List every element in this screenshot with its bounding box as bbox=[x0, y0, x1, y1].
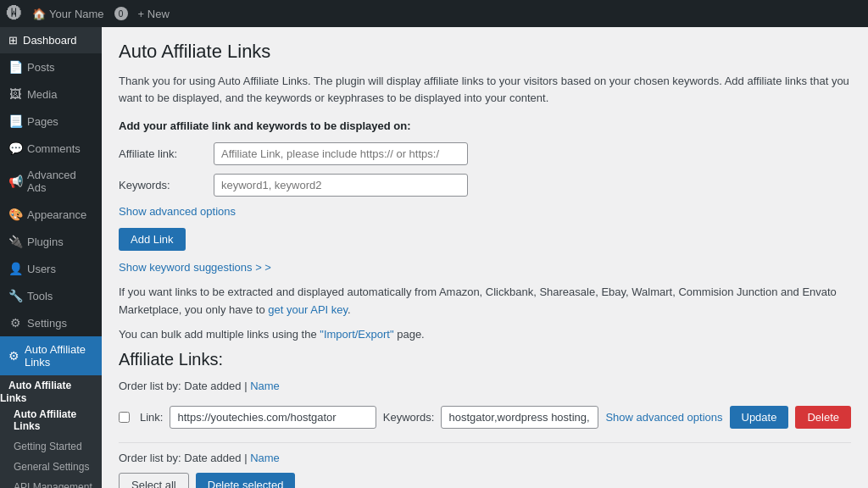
update-button-1[interactable]: Update bbox=[730, 406, 789, 429]
sidebar: ⊞ Dashboard 📄 Posts 🖼 Media 📃 Pages 💬 Co… bbox=[0, 27, 102, 488]
sidebar-item-users[interactable]: 👤 Users bbox=[0, 255, 102, 282]
affiliate-link-input[interactable] bbox=[214, 142, 468, 165]
sidebar-item-auto-affiliate-links[interactable]: ⚙ Auto Affiliate Links bbox=[0, 336, 102, 375]
wordpress-logo-icon: 🅦 bbox=[7, 5, 22, 23]
sidebar-item-appearance[interactable]: 🎨 Appearance bbox=[0, 201, 102, 228]
delete-button-1[interactable]: Delete bbox=[795, 406, 851, 429]
submenu: Auto Affiliate Links Auto Affiliate Link… bbox=[0, 375, 102, 488]
dashboard-icon: ⊞ bbox=[8, 34, 18, 47]
submenu-item-general-settings[interactable]: General Settings bbox=[0, 457, 102, 477]
new-content-button[interactable]: + New bbox=[138, 8, 170, 20]
order-by-name-link-1[interactable]: Name bbox=[250, 380, 280, 392]
sidebar-item-settings[interactable]: ⚙ Settings bbox=[0, 309, 102, 336]
sidebar-item-media[interactable]: 🖼 Media bbox=[0, 80, 102, 108]
keywords-row: Keywords: bbox=[119, 174, 851, 197]
intro-text: Thank you for using Auto Affiliate Links… bbox=[119, 73, 851, 106]
pages-icon: 📃 bbox=[8, 114, 22, 128]
sidebar-item-pages[interactable]: 📃 Pages bbox=[0, 108, 102, 135]
submenu-item-getting-started[interactable]: Getting Started bbox=[0, 436, 102, 457]
link-show-advanced-link-1[interactable]: Show advanced options bbox=[605, 411, 722, 424]
comments-link[interactable]: 0 bbox=[114, 7, 128, 20]
advanced-ads-icon: 📢 bbox=[8, 175, 22, 188]
order-bar-1: Order list by: Date added | Name bbox=[119, 380, 851, 392]
submenu-item-api-management[interactable]: API Management bbox=[0, 477, 102, 488]
sidebar-item-advanced-ads[interactable]: 📢 Advanced Ads bbox=[0, 162, 102, 201]
divider bbox=[119, 442, 851, 443]
bulk-actions-bar: Select all Delete selected bbox=[119, 473, 851, 488]
link-checkbox-1[interactable] bbox=[119, 412, 130, 423]
posts-icon: 📄 bbox=[8, 60, 22, 74]
users-icon: 👤 bbox=[8, 262, 22, 275]
site-name[interactable]: 🏠 Your Name bbox=[32, 8, 104, 20]
affiliate-link-label: Affiliate link: bbox=[119, 147, 203, 160]
affiliate-links-title: Affiliate Links: bbox=[119, 350, 851, 369]
sidebar-item-tools[interactable]: 🔧 Tools bbox=[0, 282, 102, 309]
sidebar-item-plugins[interactable]: 🔌 Plugins bbox=[0, 228, 102, 255]
home-icon: 🏠 bbox=[32, 8, 46, 20]
comment-count-badge: 0 bbox=[114, 7, 128, 20]
settings-icon: ⚙ bbox=[8, 316, 22, 330]
info-text-import: You can bulk add multiple links using th… bbox=[119, 326, 851, 344]
comments-icon: 💬 bbox=[8, 141, 22, 155]
page-title: Auto Affiliate Links bbox=[119, 41, 851, 63]
appearance-icon: 🎨 bbox=[8, 208, 22, 221]
show-keyword-suggestions-link[interactable]: Show keyword suggestions > > bbox=[119, 261, 271, 274]
auto-affiliate-links-icon: ⚙ bbox=[8, 349, 19, 363]
sidebar-item-dashboard[interactable]: ⊞ Dashboard bbox=[0, 27, 102, 53]
plugins-icon: 🔌 bbox=[8, 235, 22, 248]
affiliate-link-row: Affiliate link: bbox=[119, 142, 851, 165]
info-text-amazon: If you want links to be extracted and di… bbox=[119, 284, 851, 319]
add-link-button[interactable]: Add Link bbox=[119, 228, 186, 251]
media-icon: 🖼 bbox=[8, 87, 22, 101]
tools-icon: 🔧 bbox=[8, 289, 22, 302]
add-section-label: Add your affiliate link and keywords to … bbox=[119, 119, 851, 132]
order-bar-2: Order list by: Date added | Name bbox=[119, 452, 851, 464]
select-all-button[interactable]: Select all bbox=[119, 473, 189, 488]
link-keywords-input-1[interactable] bbox=[441, 406, 598, 429]
sidebar-item-comments[interactable]: 💬 Comments bbox=[0, 135, 102, 162]
sidebar-item-posts[interactable]: 📄 Posts bbox=[0, 53, 102, 80]
import-export-link[interactable]: "Import/Export" bbox=[320, 328, 393, 341]
keywords-label: Keywords: bbox=[119, 179, 203, 191]
keywords-input[interactable] bbox=[214, 174, 468, 197]
link-url-input-1[interactable] bbox=[170, 406, 376, 429]
top-bar: 🅦 🏠 Your Name 0 + New bbox=[0, 0, 868, 27]
order-by-name-link-2[interactable]: Name bbox=[250, 452, 280, 464]
get-api-key-link[interactable]: get your API key bbox=[268, 303, 348, 316]
show-advanced-options-link[interactable]: Show advanced options bbox=[119, 205, 236, 218]
delete-selected-button[interactable]: Delete selected bbox=[196, 473, 296, 488]
link-row-1: Link: Keywords: Show advanced options Up… bbox=[119, 401, 851, 434]
submenu-item-auto-affiliate-links[interactable]: Auto Affiliate Links bbox=[0, 404, 102, 436]
main-content: Auto Affiliate Links Thank you for using… bbox=[102, 27, 868, 488]
